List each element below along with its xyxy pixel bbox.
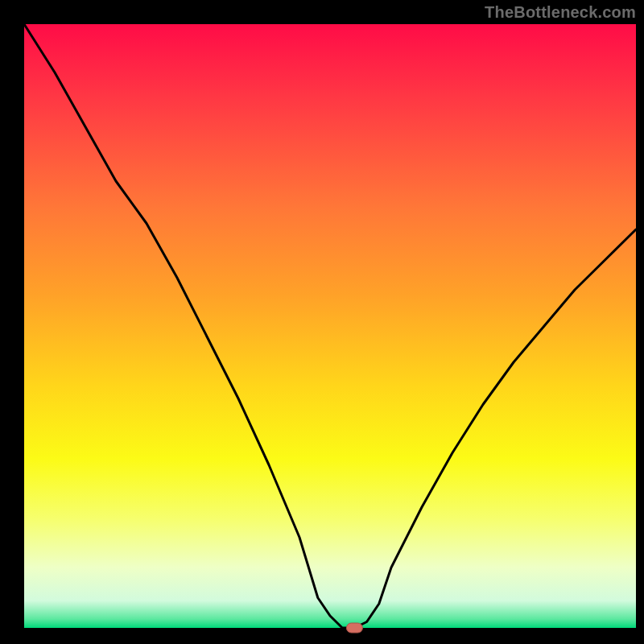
watermark-text: TheBottleneck.com xyxy=(485,3,636,22)
bottleneck-chart xyxy=(0,0,644,644)
optimum-dot xyxy=(346,623,362,633)
chart-container: TheBottleneck.com xyxy=(0,0,644,644)
